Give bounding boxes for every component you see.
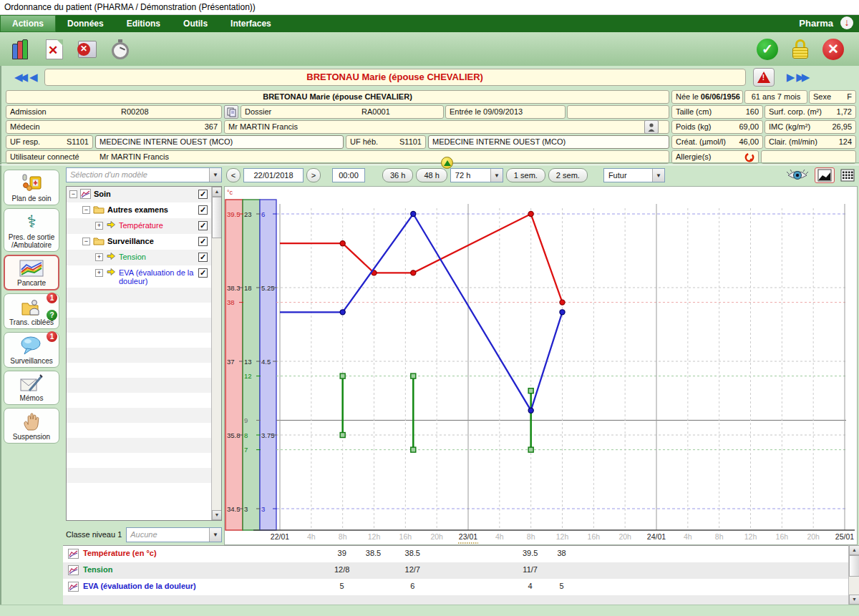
- sidebar-item-label: Plan de soin: [5, 195, 58, 202]
- table-scrollbar[interactable]: ▲ ▼: [848, 545, 859, 605]
- tree-item-surveillance[interactable]: −Surveillance✓: [67, 234, 212, 250]
- model-select[interactable]: Sélection d'un modèle ▼: [66, 167, 222, 182]
- scroll-down-icon[interactable]: ▼: [212, 510, 222, 520]
- sidebar-item-pancarte[interactable]: Pancarte: [4, 255, 59, 290]
- menu-item-outils[interactable]: Outils: [172, 15, 219, 32]
- collapse-node-icon[interactable]: −: [69, 190, 77, 198]
- pharma-download-icon[interactable]: ↓: [840, 16, 853, 29]
- collapse-node-icon[interactable]: −: [82, 238, 90, 245]
- physician-button[interactable]: [644, 120, 659, 134]
- classe-row: Classe niveau 1 Aucune ▼: [66, 527, 222, 542]
- table-row-tension[interactable]: Tension12/812/711/7: [63, 562, 848, 579]
- expand-node-icon[interactable]: +: [95, 253, 103, 261]
- grid-view-icon[interactable]: [838, 167, 858, 183]
- tree-item-checkbox[interactable]: ✓: [198, 268, 208, 278]
- x-tick-label: 22/01: [271, 532, 289, 541]
- tree-item-autres-examens[interactable]: −Autres examens✓: [67, 202, 212, 218]
- next-day-button[interactable]: >: [306, 168, 321, 182]
- table-value: 38.5: [366, 549, 381, 557]
- y-tick-label-tension: 18: [244, 284, 252, 292]
- expand-node-icon[interactable]: +: [95, 269, 103, 277]
- table-scroll-thumb[interactable]: [849, 555, 859, 577]
- patient-name-field: BRETONAU Marie (épouse CHEVALIER): [6, 90, 669, 104]
- y-tick-label-tension: 3: [244, 505, 248, 513]
- table-row-temp-rature-en-c[interactable]: Température (en °c)3938.538.539.538: [63, 546, 848, 562]
- tree-item-temp-rature[interactable]: +Température✓: [67, 218, 212, 234]
- sidebar-item-suspension[interactable]: Suspension: [4, 408, 59, 444]
- first-patient-icon[interactable]: ◀◀: [14, 71, 25, 84]
- prev-day-button[interactable]: <: [226, 168, 241, 182]
- validate-button[interactable]: ✓: [753, 36, 782, 63]
- previous-patient-icon[interactable]: ◀: [29, 71, 35, 84]
- menu-item-actions[interactable]: Actions: [0, 15, 56, 32]
- sidebar-item-plan-de-soin[interactable]: Plan de soin: [4, 170, 59, 205]
- table-value: 38.5: [405, 549, 420, 557]
- eye-icon[interactable]: [783, 167, 812, 183]
- collapse-node-icon[interactable]: −: [82, 206, 90, 214]
- last-patient-icon[interactable]: ▶▶: [796, 71, 807, 84]
- stopwatch-button[interactable]: [106, 36, 135, 63]
- tree-scrollbar[interactable]: ▲ ▼: [211, 187, 221, 520]
- range-button-48-h[interactable]: 48 h: [416, 168, 447, 182]
- sidebar-item-pres-de-sortie-ambulatoire[interactable]: ⚕Pres. de sortie /Ambulatoire: [4, 208, 59, 252]
- table-value: 38: [557, 549, 566, 557]
- expand-node-icon[interactable]: +: [95, 222, 103, 230]
- x-tick-label: 12h: [368, 532, 381, 541]
- sidebar-item-label: Suspension: [5, 433, 58, 441]
- table-row-label: Température (en °c): [83, 549, 157, 557]
- table-row-eva-valuation-de-la-douleur[interactable]: EVA (évaluation de la douleur)5645: [63, 579, 848, 595]
- scroll-up-icon[interactable]: ▲: [212, 187, 222, 197]
- curve-view-icon[interactable]: [815, 167, 835, 183]
- chevron-down-icon: ▼: [652, 169, 664, 182]
- lock-button[interactable]: [786, 36, 815, 63]
- tree-item-checkbox[interactable]: ✓: [198, 190, 208, 199]
- tree-item-tension[interactable]: +Tension✓: [67, 250, 212, 265]
- scroll-up-icon[interactable]: ▲: [849, 545, 859, 555]
- tree-empty-row: [67, 483, 212, 498]
- alert-button[interactable]: !: [753, 68, 775, 87]
- sidebar-item-label: Surveillances: [5, 357, 58, 365]
- lock-icon: [792, 39, 808, 59]
- pancarte-chart[interactable]: °c22/014h8h12h16h20h23/014h8h12h16h20h24…: [224, 186, 858, 545]
- range-button-36-h[interactable]: 36 h: [382, 168, 413, 182]
- tree-scroll-thumb[interactable]: [212, 197, 222, 238]
- range-button-2-sem[interactable]: 2 sem.: [548, 168, 588, 182]
- sidebar-item-surveillances[interactable]: Surveillances1: [4, 332, 59, 368]
- close-button[interactable]: ✕: [819, 36, 848, 63]
- open-record-button[interactable]: [7, 36, 36, 63]
- sidebar-item-trans-cibl-es[interactable]: Trans. ciblées1?: [4, 293, 59, 329]
- x-tick-label: 12h: [556, 532, 569, 541]
- tree-item-eva-valuation-de-la-douleur[interactable]: +EVA (évaluation de la douleur)✓: [67, 265, 212, 288]
- table-value: 12/7: [405, 565, 420, 574]
- range-button-1-sem[interactable]: 1 sem.: [506, 168, 545, 182]
- cancel-mail-button[interactable]: ✕: [73, 36, 102, 63]
- y-tick-label-eva: 3: [261, 505, 265, 513]
- chart-canvas[interactable]: °c22/014h8h12h16h20h23/014h8h12h16h20h24…: [225, 187, 857, 544]
- next-patient-icon[interactable]: ▶: [787, 71, 792, 84]
- menu-item-interfaces[interactable]: Interfaces: [219, 15, 283, 32]
- table-value: 5: [559, 582, 563, 590]
- classe-select[interactable]: Aucune ▼: [126, 527, 222, 542]
- futur-select[interactable]: Futur ▼: [603, 168, 665, 182]
- tree-item-checkbox[interactable]: ✓: [198, 253, 208, 262]
- date-field[interactable]: 22/01/2018: [243, 168, 304, 182]
- delete-document-button[interactable]: ✕: [40, 36, 69, 63]
- menu-item-editions[interactable]: Editions: [115, 15, 172, 32]
- y-tick-label-eva: 5.25: [261, 284, 275, 292]
- x-tick-label: 4h: [495, 532, 504, 541]
- tree-item-checkbox[interactable]: ✓: [198, 221, 208, 230]
- patient-nav-row: ◀◀ ◀ BRETONAU Marie (épouse CHEVALIER) !…: [0, 67, 859, 88]
- scroll-down-icon[interactable]: ▼: [849, 595, 859, 605]
- allergy-icon[interactable]: [744, 152, 754, 162]
- tree-item-soin[interactable]: −Soin✓: [67, 187, 212, 202]
- suspension-hand-icon: [5, 411, 58, 433]
- uf-heb-field: MEDECINE INTERNE OUEST (MCO): [428, 135, 669, 149]
- x-tick-label: 23/01: [459, 532, 477, 541]
- copy-record-button[interactable]: [224, 105, 238, 119]
- time-field[interactable]: 00:00: [332, 168, 365, 182]
- menu-item-donn-es[interactable]: Données: [56, 15, 115, 32]
- tree-item-checkbox[interactable]: ✓: [198, 205, 208, 215]
- sidebar-item-m-mos[interactable]: Mémos: [4, 371, 59, 405]
- range-select[interactable]: 72 h ▼: [450, 168, 503, 182]
- tree-item-checkbox[interactable]: ✓: [198, 237, 208, 246]
